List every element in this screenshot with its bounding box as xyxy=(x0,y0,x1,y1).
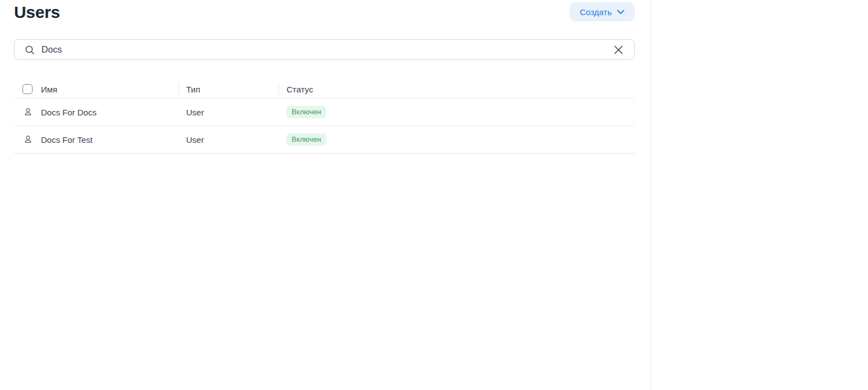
create-button[interactable]: Создать xyxy=(570,2,635,21)
select-all-checkbox[interactable] xyxy=(22,84,33,94)
table-body: Docs For Docs User Включен Docs For Test… xyxy=(14,99,635,154)
right-panel xyxy=(651,0,868,390)
column-header-type: Тип xyxy=(186,85,200,94)
column-status: Статус xyxy=(279,85,635,94)
status-badge: Включен xyxy=(287,106,326,118)
column-header-status: Статус xyxy=(287,85,313,94)
chevron-down-icon xyxy=(617,10,625,15)
cell-name: Docs For Test xyxy=(14,135,178,145)
user-type: User xyxy=(186,108,204,117)
status-badge: Включен xyxy=(287,133,326,146)
cell-type: User xyxy=(178,108,279,117)
user-icon xyxy=(24,135,33,144)
user-name: Docs For Docs xyxy=(41,108,96,117)
user-type: User xyxy=(186,135,204,145)
table-row[interactable]: Docs For Test User Включен xyxy=(14,126,635,154)
search-bar xyxy=(14,39,635,60)
search-icon xyxy=(25,45,35,55)
page-title: Users xyxy=(14,2,60,22)
cell-name: Docs For Docs xyxy=(14,108,178,117)
cell-status: Включен xyxy=(279,133,635,146)
column-name: Имя xyxy=(14,84,178,94)
close-icon xyxy=(613,45,624,55)
cell-type: User xyxy=(178,135,279,145)
user-name: Docs For Test xyxy=(41,135,93,145)
table-header: Имя Тип Статус xyxy=(14,80,635,99)
main-panel: Users Создать xyxy=(0,0,651,390)
column-type: Тип xyxy=(178,85,279,94)
column-header-name: Имя xyxy=(41,85,57,94)
create-button-label: Создать xyxy=(580,7,612,17)
search-input[interactable] xyxy=(41,40,611,59)
clear-search-button[interactable] xyxy=(611,42,626,58)
users-table: Имя Тип Статус Docs For Docs User xyxy=(14,80,635,154)
table-row[interactable]: Docs For Docs User Включен xyxy=(14,99,635,126)
app-root: Users Создать xyxy=(0,0,868,390)
page-header: Users Создать xyxy=(14,2,635,22)
user-icon xyxy=(24,108,33,117)
cell-status: Включен xyxy=(279,106,635,118)
